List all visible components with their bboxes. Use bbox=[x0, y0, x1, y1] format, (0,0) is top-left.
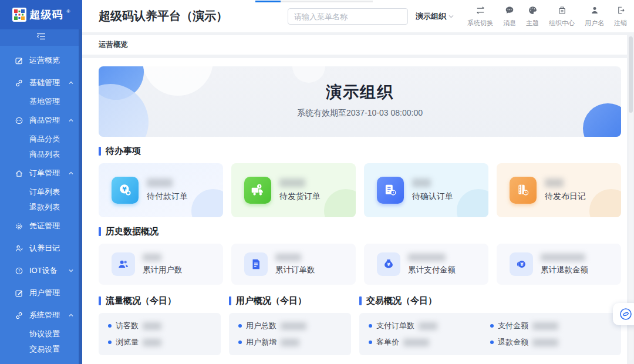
header-action-org-center[interactable]: 组织中心 bbox=[549, 5, 575, 28]
sidebar-item-operation-overview[interactable]: 运营概览 bbox=[0, 49, 82, 72]
sidebar-item-base-management[interactable]: 基地管理 bbox=[0, 94, 82, 109]
yen-coin-icon: ¥ bbox=[112, 177, 139, 204]
refund-coin-icon: ¥ bbox=[510, 252, 533, 276]
banner-decor-circle bbox=[292, 66, 325, 83]
sidebar-item-agreement-settings[interactable]: 协议设置 bbox=[0, 326, 82, 342]
link-icon bbox=[14, 78, 23, 87]
header-action-theme[interactable]: 主题 bbox=[526, 5, 539, 28]
svg-text:¥: ¥ bbox=[520, 262, 524, 267]
menu-search-input[interactable] bbox=[288, 8, 408, 25]
link-icon bbox=[14, 311, 23, 320]
sidebar-item-product-list[interactable]: 商品列表 bbox=[0, 147, 82, 162]
bullet-dot bbox=[238, 341, 242, 344]
assistant-float-button[interactable] bbox=[613, 303, 634, 325]
chevron-up-icon bbox=[68, 170, 74, 176]
bullet-dot bbox=[238, 324, 242, 328]
sidebar-item-order-management[interactable]: 订单管理 bbox=[0, 162, 82, 184]
bullet-dot bbox=[108, 341, 112, 344]
message-icon bbox=[504, 5, 515, 18]
masked-value bbox=[419, 322, 437, 330]
qr-logo-icon bbox=[12, 8, 26, 22]
header-action-logout[interactable]: 注销 bbox=[614, 5, 627, 28]
svg-text:¥: ¥ bbox=[387, 262, 390, 267]
masked-value bbox=[545, 178, 564, 187]
top-header: 超级码认养平台（演示） 演示组织 系统切换 消息 主题 组织中心 用户名 注 bbox=[82, 0, 634, 32]
bullet-dot bbox=[490, 324, 494, 328]
section-title-trade: 交易概况（今日） bbox=[359, 295, 621, 306]
sidebar-item-adoption-diary[interactable]: 认养日记 bbox=[0, 237, 82, 259]
masked-value bbox=[541, 254, 585, 261]
header-action-system-switch[interactable]: 系统切换 bbox=[467, 5, 493, 28]
sidebar-item-iot-devices[interactable]: ? IOT设备 bbox=[0, 259, 82, 282]
section-title-todo: 待办事项 bbox=[99, 146, 621, 157]
sidebar-item-system-management[interactable]: 系统管理 bbox=[0, 304, 82, 326]
trademark-symbol: ® bbox=[67, 9, 70, 14]
home-icon bbox=[14, 168, 23, 178]
logo-text: 超级码 bbox=[30, 8, 63, 22]
section-title-traffic: 流量概况（今日） bbox=[99, 295, 221, 306]
todo-card-pending-confirmation[interactable]: 待确认订单 bbox=[364, 163, 488, 217]
file-text-icon bbox=[244, 252, 268, 276]
truck-icon bbox=[244, 177, 271, 204]
users-icon bbox=[112, 252, 135, 276]
sidebar-item-product-category[interactable]: 商品分类 bbox=[0, 132, 82, 147]
sidebar-item-order-list[interactable]: 订单列表 bbox=[0, 184, 82, 200]
masked-value bbox=[408, 254, 446, 261]
chevron-up-icon bbox=[68, 312, 74, 318]
sidebar-item-product-management[interactable]: 商品管理 bbox=[0, 109, 82, 132]
caret-down-icon bbox=[448, 15, 454, 18]
stat-total-users: 用户总数 bbox=[238, 321, 342, 331]
edit-square-icon bbox=[14, 288, 23, 298]
org-banner: 演示组织 系统有效期至2037-10-03 08:00:00 bbox=[99, 66, 621, 137]
person-pen-icon bbox=[14, 244, 23, 253]
todo-card-pending-diary[interactable]: 待发布日记 bbox=[497, 163, 621, 217]
platform-title: 超级码认养平台（演示） bbox=[99, 0, 228, 32]
history-card-total-users[interactable]: 累计用户数 bbox=[99, 244, 223, 285]
stat-visitors: 访客数 bbox=[108, 321, 211, 331]
today-traffic-section: 流量概况（今日） 访客数 浏览量 bbox=[99, 287, 221, 355]
sidebar-menu: 运营概览 基础管理 基地管理 商品管理 商品分类 商品列表 订单管理 bbox=[0, 46, 82, 357]
masked-value bbox=[275, 254, 301, 261]
sidebar-scrollbar[interactable] bbox=[79, 29, 82, 364]
history-card-total-orders[interactable]: 累计订单数 bbox=[231, 244, 356, 285]
breadcrumb: 运营概览 bbox=[99, 35, 627, 55]
todo-card-pending-shipment[interactable]: 待发货订单 bbox=[231, 163, 356, 217]
masked-value bbox=[143, 322, 161, 330]
org-selector-dropdown[interactable]: 演示组织 bbox=[416, 11, 454, 22]
history-card-total-refund[interactable]: ¥ 累计退款金额 bbox=[497, 244, 621, 285]
section-title-users: 用户概况（今日） bbox=[229, 295, 351, 306]
header-action-username[interactable]: 用户名 bbox=[585, 5, 604, 28]
edit-square-icon bbox=[14, 56, 23, 65]
gear-icon bbox=[14, 221, 23, 231]
brand-swirl-icon bbox=[619, 307, 633, 321]
money-bag-icon: ¥ bbox=[377, 252, 400, 276]
org-center-icon bbox=[557, 5, 567, 18]
scrollbar-thumb[interactable] bbox=[629, 36, 633, 113]
users-panel: 用户总数 用户新增 bbox=[229, 313, 351, 355]
sidebar-item-voucher-management[interactable]: 凭证管理 bbox=[0, 215, 82, 237]
sidebar-item-trade-settings[interactable]: 交易设置 bbox=[0, 342, 82, 357]
todo-card-pending-payment[interactable]: ¥ 待付款订单 bbox=[99, 163, 223, 217]
bullet-dot bbox=[369, 341, 372, 344]
header-action-messages[interactable]: 消息 bbox=[503, 5, 516, 28]
stat-refund-amount: 退款金额 bbox=[490, 337, 612, 348]
history-card-total-payment[interactable]: ¥ 累计支付金额 bbox=[364, 244, 488, 285]
sidebar-item-user-management[interactable]: 用户管理 bbox=[0, 282, 82, 304]
theme-palette-icon bbox=[528, 5, 538, 18]
user-icon bbox=[590, 5, 599, 18]
question-circle-icon: ? bbox=[14, 266, 23, 275]
stat-payment-amount: 支付金额 bbox=[490, 321, 612, 331]
stat-pageviews: 浏览量 bbox=[108, 337, 211, 348]
masked-value bbox=[143, 339, 161, 346]
masked-value bbox=[281, 322, 306, 330]
masked-value bbox=[412, 178, 431, 187]
sidebar-item-refund-list[interactable]: 退款列表 bbox=[0, 200, 82, 215]
masked-value bbox=[147, 178, 173, 187]
sidebar-item-basic-management[interactable]: 基础管理 bbox=[0, 72, 82, 94]
masked-value bbox=[403, 339, 429, 346]
sidebar: 超级码® 运营概览 基础管理 基地管理 商品管理 bbox=[0, 0, 82, 364]
comment-icon bbox=[14, 116, 23, 125]
logout-icon bbox=[616, 5, 625, 18]
sidebar-collapse-toggle[interactable] bbox=[0, 29, 82, 46]
masked-value bbox=[281, 339, 299, 346]
